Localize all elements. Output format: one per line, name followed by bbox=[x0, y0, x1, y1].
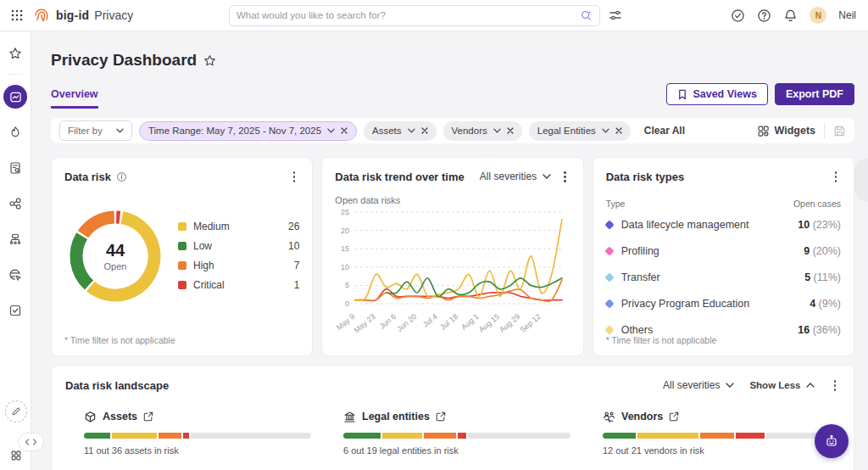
external-link-icon[interactable] bbox=[436, 411, 446, 422]
sidebar-item-actions[interactable] bbox=[5, 300, 25, 321]
filter-chip-time-range[interactable]: Time Range: May 7, 2025 - Nov 7, 2025 bbox=[139, 121, 357, 141]
favorite-star-icon[interactable] bbox=[203, 54, 216, 67]
external-link-icon[interactable] bbox=[143, 411, 153, 422]
diamond-icon bbox=[604, 272, 614, 282]
brand-logo[interactable]: big-id Privacy bbox=[32, 6, 133, 25]
sidebar-item-favorites[interactable] bbox=[5, 43, 25, 64]
type-pct: (9%) bbox=[819, 298, 841, 310]
search-input[interactable] bbox=[236, 10, 580, 20]
filter-chip-assets[interactable]: Assets bbox=[364, 121, 437, 141]
sidebar-item-reports[interactable] bbox=[5, 158, 25, 178]
bar-remainder bbox=[191, 433, 311, 439]
main-content: Privacy Dashboard Overview Saved Views E… bbox=[31, 31, 868, 470]
bar-segment bbox=[700, 433, 734, 439]
sidebar-item-data-map[interactable] bbox=[5, 265, 25, 285]
legal-entities-risk-bar[interactable] bbox=[343, 433, 570, 439]
diamond-icon bbox=[604, 299, 614, 308]
svg-text:Jul 4: Jul 4 bbox=[421, 311, 439, 328]
saved-views-button[interactable]: Saved Views bbox=[666, 83, 768, 105]
type-row-data-lifecycle[interactable]: Data lifecycle management10 (23%) bbox=[606, 212, 841, 238]
legend-item-critical[interactable]: Critical1 bbox=[178, 279, 299, 291]
legend-item-high[interactable]: High7 bbox=[178, 260, 299, 271]
close-icon[interactable] bbox=[507, 127, 514, 134]
data-risk-donut-chart[interactable]: 44 Open bbox=[64, 205, 166, 307]
svg-text:Jun 6: Jun 6 bbox=[378, 311, 398, 330]
assets-risk-bar[interactable] bbox=[84, 433, 311, 439]
filter-chip-vendors[interactable]: Vendors bbox=[443, 121, 522, 141]
pencil-icon bbox=[11, 406, 21, 417]
sidebar-item-risk[interactable] bbox=[5, 122, 25, 143]
saved-views-label: Saved Views bbox=[693, 88, 757, 100]
brand-name: big-id bbox=[56, 8, 89, 22]
app-launcher-icon[interactable] bbox=[10, 8, 24, 22]
help-icon[interactable] bbox=[757, 8, 771, 23]
tab-overview[interactable]: Overview bbox=[51, 88, 98, 109]
sidebar-item-hierarchy[interactable] bbox=[5, 229, 25, 249]
clear-all-button[interactable]: Clear All bbox=[644, 125, 685, 137]
bar-segment bbox=[736, 433, 765, 439]
trend-line-chart[interactable]: 0510152025May 9May 23Jun 6Jun 20Jul 4Jul… bbox=[335, 205, 569, 343]
legend-swatch bbox=[178, 222, 186, 231]
assistant-fab-button[interactable] bbox=[815, 424, 849, 458]
sidebar-item-workflows[interactable] bbox=[5, 193, 25, 214]
magic-search-icon[interactable] bbox=[580, 9, 593, 22]
feedback-pencil-button[interactable] bbox=[5, 400, 27, 422]
close-icon[interactable] bbox=[421, 127, 428, 134]
legal-entities-caption: 6 out 19 legal entities in risk bbox=[343, 445, 570, 456]
globe-cursor-icon bbox=[8, 268, 22, 282]
external-link-icon[interactable] bbox=[669, 411, 679, 422]
search-settings-icon[interactable] bbox=[609, 8, 622, 22]
svg-text:Jun 20: Jun 20 bbox=[396, 311, 419, 333]
left-sidebar bbox=[0, 31, 31, 470]
legend-item-low[interactable]: Low10 bbox=[178, 240, 299, 252]
sidebar-collapse-toggle[interactable] bbox=[18, 433, 44, 451]
vendors-label: Vendors bbox=[621, 411, 663, 422]
vendors-risk-bar[interactable] bbox=[603, 433, 830, 439]
legend-label: High bbox=[193, 260, 214, 271]
type-row-transfer[interactable]: Transfer5 (11%) bbox=[606, 265, 841, 291]
chevron-up-icon bbox=[806, 383, 815, 388]
chevron-down-icon[interactable] bbox=[602, 128, 609, 133]
show-less-button[interactable]: Show Less bbox=[749, 380, 814, 390]
filter-bar: Filter by Time Range: May 7, 2025 - Nov … bbox=[51, 118, 854, 143]
data-risk-trend-card: Data risk trend over time All severities… bbox=[321, 157, 583, 356]
chip-label: Time Range: May 7, 2025 - Nov 7, 2025 bbox=[148, 126, 321, 136]
trend-severity-dropdown[interactable]: All severities bbox=[480, 171, 551, 182]
chevron-down-icon[interactable] bbox=[327, 128, 335, 133]
export-pdf-button[interactable]: Export PDF bbox=[775, 83, 854, 105]
global-search[interactable] bbox=[229, 5, 600, 26]
data-risk-legend: Medium26 Low10 High7 Critical1 bbox=[178, 221, 299, 291]
type-value: 9 bbox=[804, 245, 810, 257]
save-view-icon[interactable] bbox=[833, 125, 846, 137]
filter-chip-legal-entities[interactable]: Legal Entities bbox=[529, 121, 631, 141]
user-avatar[interactable]: N bbox=[810, 7, 826, 24]
widgets-button[interactable]: Widgets bbox=[757, 125, 816, 137]
svg-text:5: 5 bbox=[345, 281, 349, 289]
bottom-grid-icon[interactable] bbox=[10, 450, 22, 462]
types-menu-button[interactable] bbox=[831, 169, 842, 185]
chevron-down-icon[interactable] bbox=[408, 128, 415, 133]
type-row-profiling[interactable]: Profiling9 (20%) bbox=[606, 238, 841, 265]
data-risk-menu-button[interactable] bbox=[289, 169, 300, 185]
close-icon[interactable] bbox=[615, 127, 622, 134]
right-drawer-handle[interactable] bbox=[854, 158, 868, 202]
tasks-icon[interactable] bbox=[731, 8, 745, 23]
diamond-icon bbox=[604, 325, 614, 334]
filter-by-dropdown[interactable]: Filter by bbox=[59, 120, 132, 141]
chevron-down-icon bbox=[726, 383, 734, 388]
type-value: 10 bbox=[798, 219, 810, 231]
svg-text:15: 15 bbox=[341, 244, 349, 253]
landscape-severity-dropdown[interactable]: All severities bbox=[663, 379, 734, 391]
page-title: Privacy Dashboard bbox=[51, 51, 197, 70]
sidebar-item-dashboard-active[interactable] bbox=[3, 85, 27, 109]
type-value: 5 bbox=[804, 271, 810, 283]
trend-menu-button[interactable] bbox=[559, 169, 570, 185]
type-row-privacy-education[interactable]: Privacy Program Education4 (9%) bbox=[606, 291, 841, 317]
notifications-bell-icon[interactable] bbox=[783, 8, 798, 23]
landscape-menu-button[interactable] bbox=[830, 378, 841, 394]
info-icon[interactable] bbox=[116, 171, 127, 182]
chevron-down-icon[interactable] bbox=[493, 128, 501, 133]
sidebar-divider bbox=[8, 74, 23, 75]
legend-item-medium[interactable]: Medium26 bbox=[178, 221, 299, 232]
close-icon[interactable] bbox=[341, 127, 348, 134]
